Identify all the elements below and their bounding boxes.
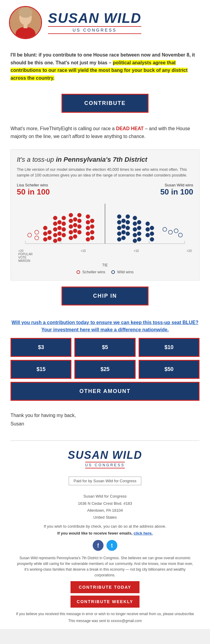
axis-label-far-right: +20	[187, 249, 192, 262]
social-links: f t	[10, 540, 200, 551]
svg-point-55	[122, 219, 125, 222]
svg-point-43	[73, 235, 77, 238]
svg-point-79	[150, 232, 154, 235]
donation-amounts-grid: $3 $5 $10 $15 $25 $50	[10, 338, 200, 379]
header-branding: SUSAN WILD US CONGRESS	[48, 11, 141, 34]
svg-point-37	[69, 224, 73, 228]
footer: SUSAN WILD US CONGRESS Paid for by Susan…	[0, 444, 210, 629]
legend-scheller: Scheller wins	[76, 270, 105, 274]
svg-point-31	[53, 239, 57, 243]
donation-3[interactable]: $3	[10, 338, 71, 357]
svg-point-68	[137, 220, 141, 224]
donation-15[interactable]: $15	[10, 360, 71, 379]
svg-point-69	[133, 222, 137, 225]
svg-point-81	[150, 237, 154, 241]
svg-point-50	[90, 230, 94, 234]
click-here-link[interactable]: click here.	[134, 531, 153, 535]
svg-point-46	[90, 219, 94, 222]
facebook-link[interactable]: f	[93, 540, 104, 551]
svg-point-48	[90, 224, 94, 228]
svg-point-63	[117, 232, 121, 235]
svg-point-17	[47, 236, 51, 240]
chart-visualization	[17, 200, 193, 248]
donation-5[interactable]: $5	[74, 338, 135, 357]
svg-point-19	[53, 216, 57, 220]
axis-label-left10: +10	[81, 249, 86, 262]
svg-point-61	[126, 226, 130, 230]
svg-point-85	[178, 233, 182, 237]
svg-point-18	[43, 237, 47, 241]
svg-point-42	[77, 230, 81, 234]
candidate-name: SUSAN WILD	[48, 11, 141, 25]
svg-point-59	[117, 226, 121, 230]
toss-up-chart: It's a toss-up in Pennsylvania's 7th Dis…	[10, 149, 200, 281]
footer-address: Susan Wild for Congress 1636 N Cedar Cre…	[10, 493, 200, 521]
svg-point-51	[86, 232, 90, 235]
svg-point-16	[43, 232, 47, 235]
fivethirtyeight-paragraph: What's more, FiveThirtyEight is calling …	[0, 119, 210, 146]
svg-point-12	[35, 230, 39, 234]
svg-point-80	[146, 233, 150, 237]
address-line2: 1636 N Cedar Crest Blvd. #183	[10, 500, 200, 507]
twitter-link[interactable]: t	[106, 540, 117, 551]
tie-label: TIE	[17, 263, 193, 267]
svg-point-57	[126, 214, 130, 218]
intro-paragraph: I'll be blunt: if you contribute to one …	[0, 45, 210, 88]
avatar	[9, 6, 42, 39]
svg-point-25	[62, 222, 66, 225]
svg-point-82	[163, 227, 167, 231]
twitter-icon: t	[111, 543, 112, 548]
donation-10[interactable]: $10	[139, 338, 200, 357]
svg-point-45	[86, 214, 90, 218]
svg-point-40	[73, 229, 77, 233]
chart-score-labels: Lisa Scheller wins 50 in 100 Susan Wild …	[17, 183, 193, 197]
axis-label-right10: +10	[134, 249, 139, 262]
footer-candidate-name: SUSAN WILD	[10, 450, 200, 461]
svg-point-56	[117, 220, 121, 224]
svg-point-29	[62, 233, 66, 237]
sent-to-text: This message was sent to xxxxxx@gmail.co…	[10, 619, 200, 623]
donation-25[interactable]: $25	[74, 360, 135, 379]
footer-candidate-title: US CONGRESS	[85, 462, 125, 468]
donation-appeal-link[interactable]: Will you rush a contribution today to en…	[10, 319, 200, 333]
chart-axis: +20POPULARVOTEMARGIN +10 +10 +20	[17, 249, 193, 262]
donation-50[interactable]: $50	[139, 360, 200, 379]
svg-point-66	[117, 237, 121, 241]
svg-point-36	[73, 223, 77, 227]
contribute-weekly-button[interactable]: CONTRIBUTE WEEKLY	[70, 596, 140, 608]
svg-point-49	[86, 226, 90, 230]
contribute-button[interactable]: CONTRIBUTE	[62, 94, 148, 113]
facebook-icon: f	[97, 543, 99, 548]
svg-point-83	[168, 230, 172, 234]
scheller-label: Lisa Scheller wins 50 in 100	[17, 183, 50, 197]
other-amount-button[interactable]: OTHER AMOUNT	[10, 382, 200, 401]
svg-point-39	[77, 224, 81, 228]
svg-point-41	[69, 230, 73, 234]
svg-point-14	[43, 226, 47, 230]
address-line4: United States	[10, 514, 200, 521]
svg-point-58	[122, 224, 125, 228]
svg-point-22	[62, 216, 66, 220]
svg-point-15	[47, 230, 51, 234]
intro-text: I'll be blunt: if you contribute to one …	[10, 51, 200, 82]
svg-point-23	[58, 226, 62, 230]
header: SUSAN WILD US CONGRESS	[0, 0, 210, 45]
svg-point-33	[73, 217, 77, 221]
svg-point-77	[150, 226, 154, 230]
svg-point-72	[137, 232, 141, 235]
address-line3: Allentown, PA 18104	[10, 507, 200, 514]
chart-title: It's a toss-up in Pennsylvania's 7th Dis…	[17, 156, 193, 164]
contribute-today-button[interactable]: CONTRIBUTE TODAY	[70, 581, 140, 593]
svg-point-38	[77, 219, 81, 222]
svg-point-24	[53, 227, 57, 231]
svg-point-30	[58, 237, 62, 241]
svg-point-76	[146, 222, 150, 225]
address-line1: Susan Wild for Congress	[10, 493, 200, 500]
scheller-dot	[76, 270, 80, 274]
candidate-title: US CONGRESS	[48, 26, 141, 34]
svg-point-13	[35, 236, 39, 240]
svg-point-70	[137, 226, 141, 230]
chart-subtitle: The Lite version of our model simulates …	[17, 167, 193, 178]
chip-in-button[interactable]: CHIP IN	[62, 287, 148, 305]
unsubscribe-text: If you believe you received this message…	[10, 611, 200, 617]
